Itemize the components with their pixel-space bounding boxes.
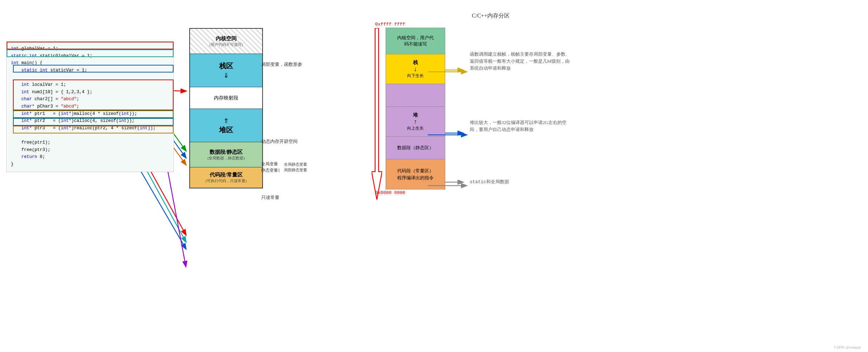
code-line-14: free(ptr1);	[11, 139, 169, 146]
seg-mmap: 内存映射段	[190, 87, 262, 109]
code-line-5	[11, 74, 169, 82]
code-line-9: char* pChar3 = "abcd";	[11, 103, 169, 110]
annotation-data: static和全局数据	[470, 179, 509, 186]
mid-label-local-static: 局部静态变量	[284, 167, 307, 173]
mid-label-global-static: 全局静态变量	[284, 162, 307, 167]
right-stack-col: 内核空间，用户代码不能读写 栈 ↓ 向下生长 堆 ↑ 向上生长 数据段（静态区）…	[386, 28, 445, 189]
code-section: int globalVar = 1; static int staticGlob…	[6, 41, 174, 172]
code-line-13	[11, 132, 169, 139]
rseg-spacer	[386, 84, 445, 107]
code-line-15: free(ptr3);	[11, 146, 169, 154]
code-line-11: int* ptr2 = (int*)calloc(4, sizeof(int))…	[11, 117, 169, 125]
code-line-2: static int staticGlobalVar = 1;	[11, 53, 169, 60]
code-line-12: int* ptr3 = (int*)realloc(ptr2, 4 * size…	[11, 125, 169, 132]
code-line-3: int main() {	[11, 60, 169, 67]
right-diagram: C/C++内存分区 0xffff ffff 内核空间，用户代码不能读写 栈 ↓ …	[368, 12, 596, 195]
mid-label-readonly: 只读常量	[261, 194, 279, 201]
code-line-6: int localVar = 1;	[11, 81, 169, 89]
mem-diagram-box: 内核空间 (用户代码不可读写) 栈区 ⇓ 内存映射段 ⇑ 堆区 数据段/静态区 …	[189, 28, 263, 188]
mid-label-stack: 局部变量，函数形参	[261, 61, 302, 68]
rseg-kernel: 内核空间，用户代码不能读写	[386, 28, 445, 54]
seg-code: 代码段/常量区 (可执行代码，只读常量)	[190, 167, 262, 188]
svg-marker-11	[372, 28, 382, 200]
middle-memory-diagram: 内核空间 (用户代码不可读写) 栈区 ⇓ 内存映射段 ⇑ 堆区 数据段/静态区 …	[182, 28, 270, 188]
seg-stack: 栈区 ⇓	[190, 54, 262, 87]
annotation-stack: 函数调用建立栈帧，栈帧主要存局部变量、参数、返回值等栈一般有大小规定，一般是几M…	[470, 51, 571, 72]
seg-kernel: 内核空间 (用户代码不可读写)	[190, 29, 262, 54]
code-line-1: int globalVar = 1;	[11, 45, 169, 53]
code-line-17: }	[11, 161, 169, 168]
code-line-8: char char2[] = "abcd";	[11, 96, 169, 103]
code-line-7: int num1[10] = { 1,2,3,4 };	[11, 89, 169, 96]
annotation-heap: 堆比较大，一般32位编译器可以申请2G左右的空间，要用户自己动态申请和释放	[470, 119, 571, 133]
addr-top: 0xffff ffff	[375, 22, 596, 27]
mid-label-global-var: 全局变量	[261, 161, 278, 167]
mid-label-static-var: 静态变量{	[261, 167, 280, 173]
code-line-4: static int staticVar = 1;	[11, 67, 169, 74]
seg-data: 数据段/静态区 (全局数据，静态数据)	[190, 142, 262, 167]
addr-bottom: 0x0000 0000	[375, 190, 596, 195]
seg-heap: ⇑ 堆区	[190, 109, 262, 142]
right-title: C/C++内存分区	[386, 12, 596, 20]
watermark: CSDN @wangak	[834, 345, 861, 349]
mid-label-heap: 动态内存开辟空间	[261, 138, 298, 145]
code-line-10: int* ptr1 = (int*)malloc(4 * sizeof(int)…	[11, 110, 169, 118]
code-line-16: return 0;	[11, 153, 169, 161]
big-red-arrow	[372, 28, 382, 200]
